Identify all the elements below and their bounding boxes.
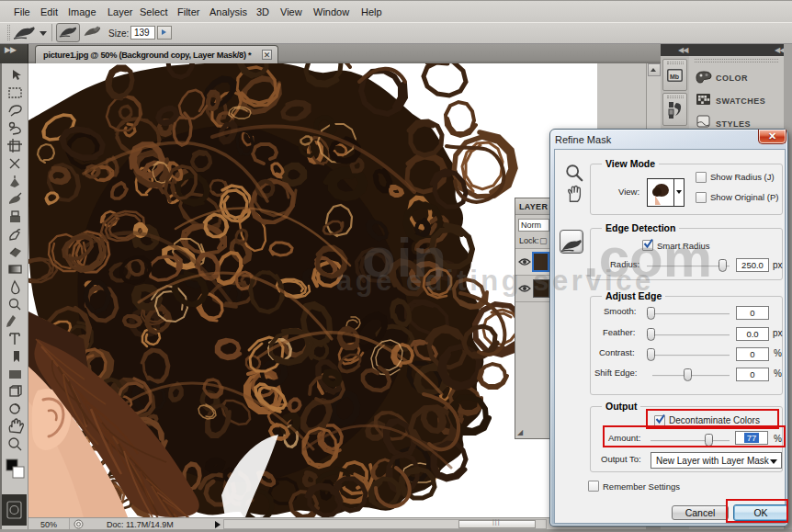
svg-text:Mb: Mb [670,74,679,80]
